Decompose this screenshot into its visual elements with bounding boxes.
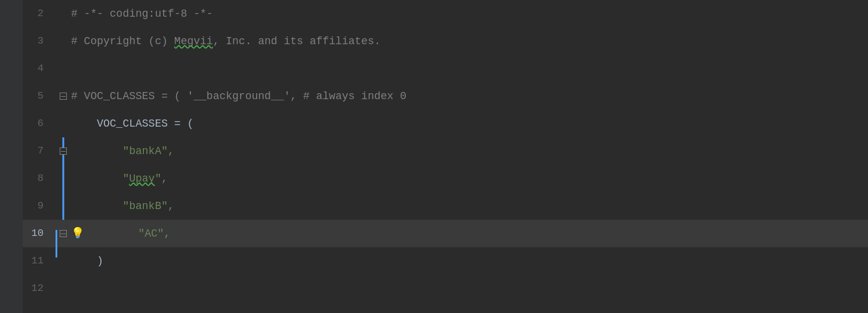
line-row: 11 ) <box>23 247 868 275</box>
line-number: 8 <box>23 165 56 192</box>
left-gutter <box>0 0 23 313</box>
line-row: 5 # VOC_CLASSES = ( '__background__', # … <box>23 82 868 110</box>
code-text-squiggle: Upay <box>129 165 155 192</box>
fold-col[interactable] <box>56 93 71 100</box>
line-row: 2 # -*- coding:utf-8 -*- <box>23 0 868 27</box>
line-content: 💡 "AC", <box>71 220 170 247</box>
line-content: # Copyright (c) Megvii, Inc. and its aff… <box>71 27 381 55</box>
line-number: 2 <box>23 0 56 27</box>
line-number: 3 <box>23 27 56 55</box>
fold-closed-icon[interactable] <box>60 93 67 100</box>
line-content: "bankB", <box>71 192 174 220</box>
code-text: "bankB", <box>71 192 174 220</box>
code-text: "AC", <box>87 220 170 247</box>
line-number: 10 <box>23 220 56 247</box>
fold-minus <box>61 151 66 152</box>
line-row: 8 "Upay", <box>23 165 868 192</box>
code-text: # Copyright (c) <box>71 27 174 55</box>
line-number: 11 <box>23 247 56 275</box>
line-row-highlighted: 10 💡 "AC", <box>23 220 868 247</box>
bulb-icon[interactable]: 💡 <box>71 220 84 247</box>
fold-minus <box>61 96 66 97</box>
line-content: "Upay", <box>71 165 168 192</box>
code-text: " <box>71 165 129 192</box>
line-number: 6 <box>23 110 56 137</box>
editor: 2 # -*- coding:utf-8 -*- 3 # Copyright (… <box>0 0 868 313</box>
code-text: VOC_CLASSES = ( <box>71 110 193 137</box>
code-text: __background__ <box>193 82 284 110</box>
line-content: ) <box>71 247 103 275</box>
code-text: , Inc. and its affiliates. <box>213 27 381 55</box>
line-row: 7 "bankA", <box>23 137 868 165</box>
fold-minus <box>61 234 66 234</box>
code-text: "bankA", <box>71 137 174 165</box>
line-content: VOC_CLASSES = ( <box>71 110 193 137</box>
code-text: ) <box>71 247 103 275</box>
line-content: # -*- coding:utf-8 -*- <box>71 0 213 27</box>
line-number: 5 <box>23 82 56 110</box>
code-text: # VOC_CLASSES = ( ' <box>71 82 193 110</box>
fold-col[interactable] <box>56 230 71 237</box>
line-row: 12 <box>23 275 868 302</box>
line-row: 3 # Copyright (c) Megvii, Inc. and its a… <box>23 27 868 55</box>
code-text: # -*- coding:utf-8 -*- <box>71 0 213 27</box>
line-row: 9 "bankB", <box>23 192 868 220</box>
line-row: 6 VOC_CLASSES = ( <box>23 110 868 137</box>
fold-col[interactable] <box>56 148 71 155</box>
line-number: 12 <box>23 275 56 302</box>
line-number: 7 <box>23 137 56 165</box>
line-content: "bankA", <box>71 137 174 165</box>
code-text: ", <box>155 165 168 192</box>
line-number: 4 <box>23 55 56 82</box>
code-text: ', # always index 0 <box>284 82 406 110</box>
code-text-squiggle: Megvii <box>174 27 213 55</box>
line-number: 9 <box>23 192 56 220</box>
line-content: # VOC_CLASSES = ( '__background__', # al… <box>71 82 407 110</box>
fold-closed-icon[interactable] <box>60 230 67 237</box>
fold-open-icon[interactable] <box>60 148 67 155</box>
line-row: 4 <box>23 55 868 82</box>
